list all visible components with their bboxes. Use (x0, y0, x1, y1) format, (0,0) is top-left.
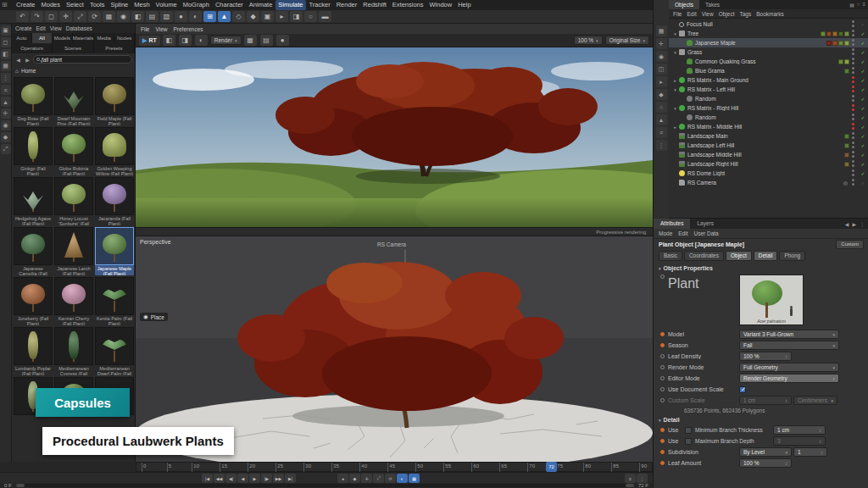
material-manager-icon[interactable]: ● (175, 11, 187, 22)
enable-check[interactable]: ✓ (859, 152, 867, 158)
volume-builder-icon[interactable]: ▣ (261, 11, 274, 22)
forward-icon[interactable]: ▶ (852, 221, 856, 227)
go-start-button[interactable]: |◀ (202, 474, 213, 483)
plant-tile[interactable]: Japanese Camellia (Fall Plant) (14, 227, 53, 275)
visibility-dots[interactable] (851, 48, 856, 56)
section-tab[interactable]: Coordinates (684, 251, 724, 261)
render-settings-icon[interactable]: ▧ (160, 11, 173, 22)
enable-check[interactable]: ✓ (859, 30, 867, 36)
menu-item[interactable]: Create (14, 0, 38, 10)
play-button[interactable]: ▶ (249, 474, 260, 483)
polygons-mode-icon[interactable]: ▲ (1, 97, 11, 107)
range-handle-right[interactable] (626, 484, 634, 487)
visibility-dots[interactable] (851, 123, 856, 130)
spinner-icon[interactable]: ↕ (785, 354, 787, 359)
asset-tab[interactable]: Presets (94, 43, 135, 53)
forward-icon[interactable]: ▶ (24, 57, 31, 63)
enable-check[interactable]: ✓ (859, 142, 867, 148)
object-label[interactable]: Random (695, 96, 848, 102)
expand-arrow-icon[interactable]: ▸ (672, 125, 678, 130)
asset-menu-item[interactable]: Edit (36, 25, 46, 31)
make-editable-icon[interactable]: ▣ (1, 25, 11, 36)
brush-icon[interactable]: ▸ (656, 76, 667, 87)
clay-icon[interactable]: ● (276, 35, 289, 46)
menu-item[interactable]: MoGraph (181, 0, 212, 10)
model-mode-icon[interactable]: ◻ (1, 37, 11, 47)
tab-takes[interactable]: Takes (699, 0, 726, 9)
visibility-dots[interactable] (851, 179, 856, 186)
axis-icon[interactable]: ◉ (117, 11, 130, 22)
material-tags[interactable] (821, 31, 849, 36)
menu-item[interactable]: Character (213, 0, 246, 10)
section-tab[interactable]: Basic (659, 251, 682, 261)
attribute-menu-item[interactable]: Mode (659, 230, 672, 236)
enable-check[interactable]: ✓ (859, 96, 867, 102)
timeline-more-icon[interactable]: ⋮ (637, 474, 648, 483)
subdivision-level-field[interactable]: 1↕ (793, 447, 827, 457)
object-label[interactable]: Tree (687, 30, 819, 36)
plant-tile[interactable]: Dog-Rose (Fall Plant) (14, 77, 53, 125)
use-document-scale-checkbox[interactable] (739, 386, 746, 393)
object-menu-item[interactable]: View (702, 11, 714, 17)
light-tool-icon[interactable]: ○ (304, 11, 317, 22)
visibility-dots[interactable] (851, 76, 856, 84)
keyframe-dot[interactable] (660, 428, 665, 432)
render-result-image[interactable] (136, 47, 653, 227)
asset-tab[interactable]: All (32, 33, 53, 43)
rotate-icon[interactable]: ⟳ (88, 11, 101, 22)
expand-arrow-icon[interactable]: ▾ (672, 31, 678, 36)
plant-tile[interactable]: Honey Locust 'Sunburst' (Fall Plant) (54, 177, 93, 225)
object-row[interactable]: ▸ RS Matrix - Middle Hill ✓ (669, 122, 868, 131)
key-rotation-button[interactable]: ⟳ (385, 474, 396, 483)
spinner-icon[interactable]: ↕ (785, 461, 787, 466)
keyframe-dot[interactable] (660, 332, 665, 336)
plant-tile[interactable]: Dwarf Mountain Pine (Fall Plant) (54, 77, 93, 125)
enable-check[interactable]: ✓ (859, 21, 867, 27)
render-view-icon[interactable]: ◧ (131, 11, 144, 22)
enable-check[interactable]: ✓ (859, 124, 867, 130)
renderview-menu-item[interactable]: File (141, 26, 149, 32)
spinner-icon[interactable]: ↕ (819, 428, 821, 433)
menu-item[interactable]: Render (334, 0, 360, 10)
keyframe-dot[interactable] (660, 365, 665, 369)
object-row[interactable]: Landscape Right Hill ✓ (669, 159, 868, 169)
visibility-dots[interactable] (851, 95, 856, 103)
filter-objects-icon[interactable]: ▤ (849, 2, 854, 8)
enable-check[interactable]: ✓ (859, 77, 867, 83)
mirror-icon[interactable]: ◫ (656, 64, 667, 75)
asset-menu-item[interactable]: View (50, 25, 62, 31)
menu-item[interactable]: Modes (39, 0, 64, 10)
texture-mode-icon[interactable]: ◧ (1, 49, 11, 59)
material-tags[interactable] (844, 152, 849, 158)
keyframe-dot[interactable] (660, 354, 665, 358)
timeline-playhead[interactable]: 72 (546, 462, 557, 472)
object-row[interactable]: Focus Null ✓ (669, 19, 868, 29)
redo-icon[interactable]: ↷ (31, 11, 43, 22)
object-menu-item[interactable]: Tags (739, 11, 751, 17)
knife-icon[interactable]: ◆ (656, 89, 667, 100)
prev-key-button[interactable]: ◀◀ (214, 474, 225, 483)
object-row[interactable]: ▾ RS Matrix - Left Hill ✓ (669, 85, 868, 94)
camera-tool-icon[interactable]: ◨ (290, 11, 303, 22)
range-track[interactable] (16, 484, 634, 487)
plant-tile[interactable]: Ginkgo (Fall Plant) (14, 127, 53, 175)
object-row[interactable]: Landscape Left Hill ✓ (669, 141, 868, 150)
key-scale-button[interactable]: ⤢ (373, 474, 384, 483)
menu-item[interactable]: Help (455, 0, 473, 10)
coordinate-system-icon[interactable]: ▦ (103, 11, 115, 22)
model-dropdown[interactable]: Variant 3 Full-Grown▾ (739, 330, 839, 339)
object-label[interactable]: Landscape Middle Hill (687, 152, 843, 158)
filter-icon[interactable]: ▦ (656, 25, 667, 36)
season-dropdown[interactable]: Fall▾ (739, 341, 839, 350)
enable-check[interactable]: ✓ (859, 161, 867, 167)
object-label[interactable]: Japanese Maple (695, 40, 825, 46)
object-row[interactable]: Random ✓ (669, 94, 868, 103)
visibility-dots[interactable] (851, 132, 856, 140)
timeline-ruler[interactable]: 051015202530354045505560657075808590 (136, 462, 653, 472)
plant-tile[interactable]: Japanese Maple (Fall Plant) (95, 227, 134, 275)
section-detail[interactable]: ▾ Detail (654, 415, 868, 424)
prev-frame-button[interactable]: ◀| (225, 474, 236, 483)
search-input[interactable] (42, 57, 129, 63)
object-label[interactable]: RS Matrix - Right Hill (687, 105, 848, 111)
tab-objects[interactable]: Objects (669, 0, 699, 9)
